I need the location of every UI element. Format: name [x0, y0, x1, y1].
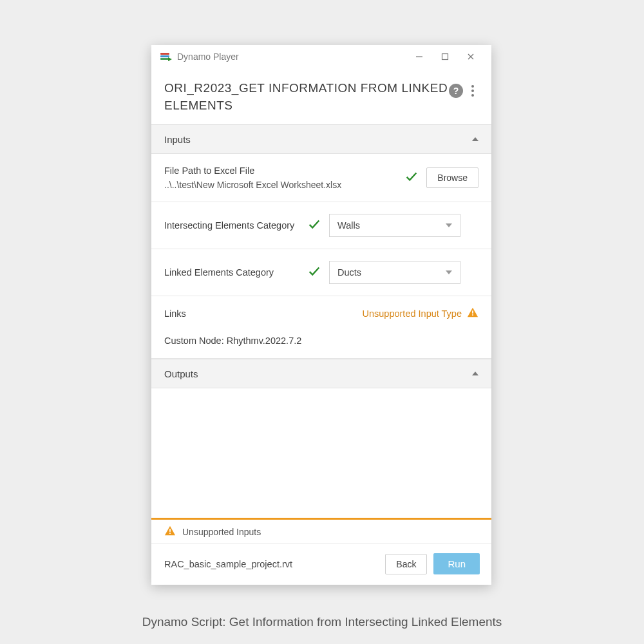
script-header: ORI_R2023_GET INFORMATION FROM LINKED EL…	[151, 68, 491, 124]
intersecting-label: Intersecting Elements Category	[164, 220, 299, 231]
intersecting-selected: Walls	[337, 220, 360, 231]
app-title: Dynamo Player	[177, 52, 406, 62]
check-icon	[307, 217, 321, 234]
intersecting-select[interactable]: Walls	[329, 214, 460, 237]
project-filename: RAC_basic_sample_project.rvt	[164, 559, 379, 569]
svg-rect-2	[160, 58, 169, 60]
input-row-linked: Linked Elements Category Ducts	[151, 249, 491, 296]
unsupported-status-bar: Unsupported Inputs	[151, 520, 491, 544]
svg-rect-9	[472, 310, 473, 314]
svg-marker-3	[168, 57, 172, 61]
browse-button[interactable]: Browse	[426, 167, 478, 188]
input-row-links: Links Unsupported Input Type Custom Node…	[151, 296, 491, 359]
warning-icon	[467, 307, 478, 321]
filepath-value: ..\..\test\New Microsoft Excel Worksheet…	[164, 180, 397, 190]
chevron-down-icon	[446, 270, 452, 274]
help-icon[interactable]: ?	[449, 84, 463, 98]
links-label: Links	[164, 308, 186, 319]
linked-select[interactable]: Ducts	[329, 261, 460, 284]
dynamo-player-window: Dynamo Player ORI_R2023_GET INFORMATION …	[151, 45, 491, 585]
back-button[interactable]: Back	[385, 554, 427, 574]
filepath-label: File Path to Excel File	[164, 166, 397, 176]
collapse-icon	[472, 137, 478, 141]
more-menu-icon[interactable]	[467, 82, 478, 99]
svg-rect-13	[169, 533, 171, 534]
check-icon	[307, 264, 321, 281]
chevron-down-icon	[446, 223, 452, 227]
linked-selected: Ducts	[337, 267, 361, 278]
svg-rect-0	[160, 53, 169, 55]
script-title: ORI_R2023_GET INFORMATION FROM LINKED EL…	[164, 80, 449, 114]
check-icon	[404, 169, 419, 186]
close-button[interactable]	[458, 48, 484, 66]
collapse-icon	[472, 372, 478, 375]
linked-label: Linked Elements Category	[164, 267, 299, 278]
app-icon	[160, 52, 172, 61]
inputs-section-header[interactable]: Inputs	[151, 124, 491, 154]
outputs-body	[151, 388, 491, 518]
titlebar: Dynamo Player	[151, 45, 491, 68]
run-button[interactable]: Run	[433, 553, 480, 574]
unsupported-text: Unsupported Inputs	[182, 527, 261, 537]
svg-rect-10	[472, 314, 473, 316]
links-warning-text: Unsupported Input Type	[362, 308, 462, 319]
svg-rect-1	[160, 55, 169, 57]
figure-caption: Dynamo Script: Get Information from Inte…	[0, 615, 644, 629]
input-row-filepath: File Path to Excel File ..\..\test\New M…	[151, 154, 491, 202]
svg-rect-12	[169, 529, 171, 532]
outputs-section-header[interactable]: Outputs	[151, 359, 491, 388]
custom-node-label: Custom Node: Rhythmv.2022.7.2	[164, 336, 301, 346]
footer: RAC_basic_sample_project.rvt Back Run	[151, 544, 491, 585]
minimize-button[interactable]	[406, 48, 432, 66]
svg-rect-5	[442, 54, 448, 60]
outputs-label: Outputs	[164, 368, 198, 379]
maximize-button[interactable]	[432, 48, 458, 66]
input-row-intersecting: Intersecting Elements Category Walls	[151, 202, 491, 249]
warning-icon	[164, 525, 176, 538]
inputs-label: Inputs	[164, 134, 191, 145]
